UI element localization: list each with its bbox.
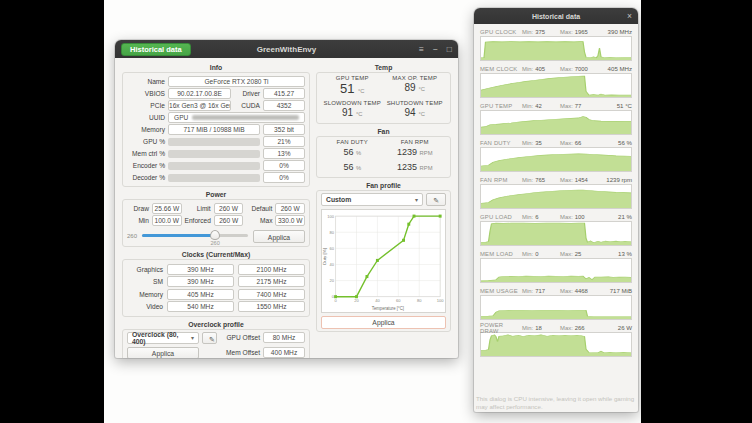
svg-text:100: 100	[327, 214, 334, 219]
fan-section-title: Fan	[316, 127, 451, 136]
min-value: 18	[535, 325, 542, 331]
min-value: 42	[535, 103, 542, 109]
svg-text:20: 20	[330, 278, 335, 283]
overclock-profile-combo[interactable]: Overclock (80, 400) ▾	[127, 332, 199, 344]
uuid-redacted-blur	[192, 115, 299, 120]
max-value: 266	[575, 325, 585, 331]
decoder-usage-label: Decoder %	[127, 174, 165, 181]
graph-plot	[480, 184, 632, 209]
maximize-icon[interactable]: □	[447, 40, 452, 58]
min-value: 717	[535, 288, 545, 294]
decoder-usage-bar	[168, 174, 260, 182]
graph-current-value: 21 %	[618, 213, 632, 220]
history-graph-row: FAN RPM Min:765 Max:1454 1239 rpm	[480, 175, 632, 209]
graph-title: GPU LOAD	[480, 214, 522, 220]
fan-rpm-value-2: 1235 RPM	[384, 161, 447, 175]
history-graph-row: GPU TEMP Min:42 Max:77 51 °C	[480, 101, 632, 135]
uuid-value: GPU	[168, 112, 305, 123]
cuda-value: 4352	[263, 100, 305, 111]
power-slider-handle[interactable]	[210, 230, 220, 240]
screenshot-stage: Historical data GreenWithEnvy ≡ − □ Info…	[0, 0, 752, 423]
mem-offset-value[interactable]: 400 MHz	[263, 347, 305, 358]
max-value: 1965	[575, 29, 588, 35]
pcie-value: 16x Gen3 @ 16x Gen1	[168, 100, 231, 111]
power-section: Power Draw 25.66 W Limit 260 W Default 2…	[122, 190, 310, 247]
minimize-icon[interactable]: −	[433, 40, 438, 58]
close-icon[interactable]: ×	[627, 8, 632, 24]
power-slider-fill	[142, 234, 215, 237]
gpu-temp-value: 51 °C	[321, 81, 384, 99]
clocks-section: Clocks (Current/Max) Graphics 390 MHz 21…	[122, 250, 310, 317]
history-window-title: Historical data	[474, 13, 638, 20]
fan-profile-apply-button[interactable]: Applica	[321, 316, 446, 329]
graph-title: GPU CLOCK	[480, 29, 522, 35]
svg-text:0: 0	[334, 298, 337, 303]
mem-ctrl-usage-value: 13%	[263, 148, 305, 159]
min-label: Min:	[522, 140, 533, 146]
mem-ctrl-usage-label: Mem ctrl %	[127, 150, 165, 157]
power-draw-label: Draw	[127, 205, 149, 212]
overclock-edit-button[interactable]: ✎	[202, 332, 217, 344]
mem-offset-label: Mem Offset	[220, 349, 260, 356]
max-label: Max:	[560, 288, 573, 294]
graph-plot	[480, 110, 632, 135]
min-label: Min:	[522, 66, 533, 72]
overclock-section: Overclock profile Overclock (80, 400) ▾ …	[122, 320, 310, 359]
clocks-section-title: Clocks (Current/Max)	[122, 250, 310, 259]
min-value: 375	[535, 29, 545, 35]
graph-plot	[480, 332, 632, 357]
fan-profile-section-title: Fan profile	[316, 181, 451, 190]
overclock-apply-button[interactable]: Applica	[127, 347, 199, 359]
min-label: Min:	[522, 214, 533, 220]
slowdown-temp-value: 91 °C	[321, 106, 384, 121]
fan-profile-edit-button[interactable]: ✎	[426, 193, 446, 206]
graph-current-value: 717 MiB	[610, 287, 632, 294]
max-value: 25	[575, 251, 582, 257]
cuda-label: CUDA	[234, 102, 260, 109]
fan-profile-combo[interactable]: Custom ▾	[321, 193, 423, 206]
max-label: Max:	[560, 177, 573, 183]
memory-clock-current: 405 MHz	[167, 289, 234, 300]
power-limit-label: Limit	[185, 205, 211, 212]
history-footer-note: This dialog is CPU intensive, leaving it…	[474, 393, 638, 412]
gpu-name-value: GeForce RTX 2080 Ti	[168, 76, 305, 87]
gpu-offset-label: GPU Offset	[220, 334, 260, 341]
power-apply-button[interactable]: Applica	[253, 230, 305, 243]
min-label: Min:	[522, 103, 533, 109]
power-limit-value: 260 W	[214, 203, 244, 214]
fan-duty-value-1: 56 %	[321, 146, 384, 160]
max-op-temp-value: 89 °C	[384, 81, 447, 96]
power-slider-value-label: 260	[127, 233, 137, 239]
graphics-clock-label: Graphics	[127, 266, 163, 273]
encoder-usage-label: Encoder %	[127, 162, 165, 169]
pencil-icon: ✎	[433, 197, 439, 204]
gpu-offset-value[interactable]: 80 MHz	[263, 332, 305, 343]
max-value: 1454	[575, 177, 588, 183]
vbios-label: VBIOS	[127, 90, 165, 97]
power-default-label: Default	[246, 205, 272, 212]
history-graph-row: MEM USAGE Min:717 Max:4468 717 MiB	[480, 286, 632, 320]
max-value: 4468	[575, 288, 588, 294]
memory-value: 717 MiB / 10988 MiB	[168, 124, 260, 135]
max-value: 100	[575, 214, 585, 220]
power-enforced-value: 260 W	[214, 215, 244, 226]
power-limit-slider[interactable]: 260	[142, 229, 248, 243]
graph-plot	[480, 147, 632, 172]
sm-clock-current: 390 MHz	[167, 276, 234, 287]
fan-profile-chart: 020406080100020406080100Temperature [°C]…	[321, 209, 446, 313]
uuid-label: UUID	[127, 114, 165, 121]
max-label: Max:	[560, 140, 573, 146]
graph-plot	[480, 295, 632, 320]
history-graph-row: GPU LOAD Min:6 Max:100 21 %	[480, 212, 632, 246]
min-value: 765	[535, 177, 545, 183]
name-label: Name	[127, 78, 165, 85]
main-titlebar: Historical data GreenWithEnvy ≡ − □	[115, 40, 458, 58]
min-value: 35	[535, 140, 542, 146]
memory-label: Memory	[127, 126, 165, 133]
historical-data-button[interactable]: Historical data	[121, 43, 191, 56]
fan-rpm-header: FAN RPM	[384, 139, 447, 145]
graph-plot	[480, 221, 632, 246]
history-titlebar: Historical data ×	[474, 8, 638, 24]
menu-icon[interactable]: ≡	[419, 40, 424, 58]
graph-current-value: 390 MHz	[608, 28, 632, 35]
